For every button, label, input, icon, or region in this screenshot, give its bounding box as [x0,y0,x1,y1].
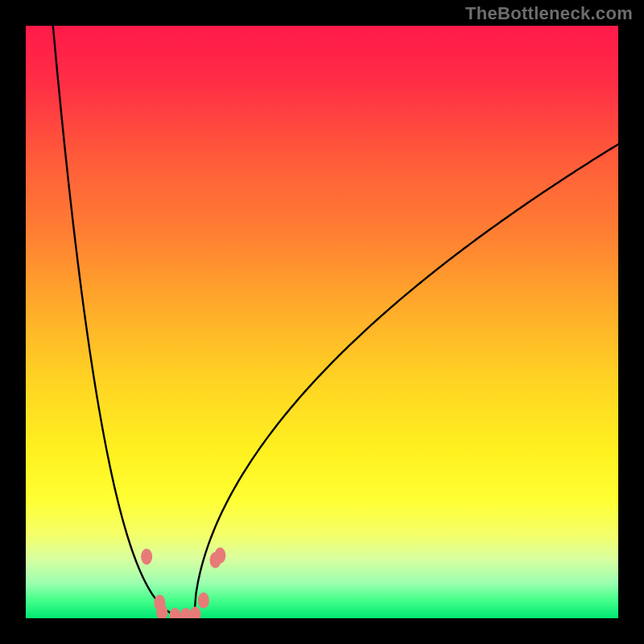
bottleneck-chart [26,26,618,618]
marker-dot [214,547,225,564]
gradient-background [26,26,618,618]
watermark-text: TheBottleneck.com [465,3,633,24]
plot-area [26,26,618,618]
marker-dot [141,548,152,564]
marker-dot [198,592,209,609]
chart-frame: TheBottleneck.com [0,0,644,644]
